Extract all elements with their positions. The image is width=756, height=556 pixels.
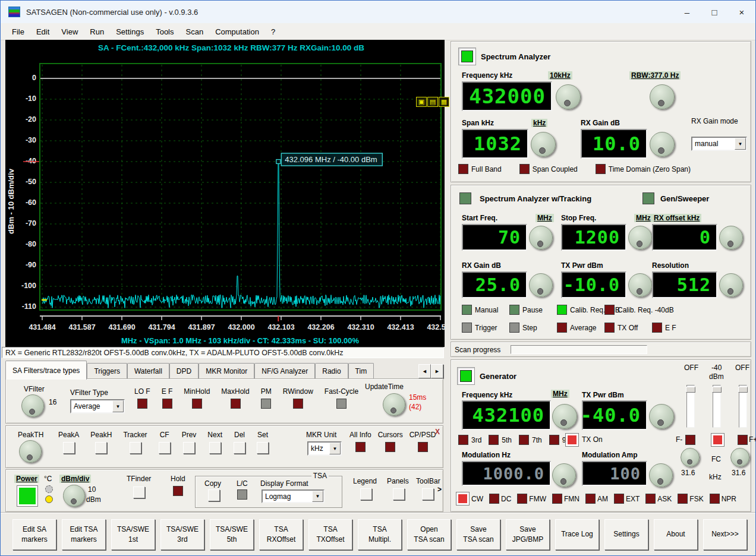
chevron-down-icon[interactable]: ▼: [312, 491, 323, 502]
tab-waterfall[interactable]: Waterfall: [127, 363, 169, 380]
tracking-txpwr-display[interactable]: -10.0: [561, 271, 626, 298]
tracking-led-box[interactable]: [462, 323, 472, 333]
mod-mode-led[interactable]: [552, 494, 562, 504]
mod-hz-display[interactable]: 1000.0: [462, 461, 551, 486]
generator-enable-indicator[interactable]: [457, 367, 475, 385]
gen-txpwr-display[interactable]: -40.0: [582, 400, 647, 430]
sa-enable-indicator[interactable]: [458, 48, 476, 65]
start-freq-display[interactable]: 70: [462, 224, 527, 251]
menu-run[interactable]: Run: [84, 26, 109, 38]
mod-mode-led[interactable]: [710, 494, 720, 504]
tab-sa-filters[interactable]: SA Filters/trace types: [5, 361, 87, 380]
settings-button[interactable]: Settings: [604, 519, 648, 550]
tab-scroll-left-icon[interactable]: ◄: [418, 364, 431, 378]
marker-toggle-led[interactable]: [355, 442, 366, 452]
marker-action-button[interactable]: [257, 442, 269, 454]
mkr-unit-dropdown[interactable]: kHz▼: [307, 441, 342, 456]
gen-txpwr-knob[interactable]: [649, 404, 674, 429]
fc-led[interactable]: [711, 433, 724, 447]
next-button[interactable]: Next>>>: [703, 519, 747, 550]
sa-gain-mode-dropdown[interactable]: manual▼: [691, 137, 747, 151]
sa-toggle-led[interactable]: [458, 164, 468, 174]
power-button[interactable]: [17, 485, 38, 507]
mod-mode-led[interactable]: [517, 494, 527, 504]
sa-span-unit-label[interactable]: kHz: [531, 119, 547, 127]
spectrum-plot-panel[interactable]: 0-10-20-30-40-50-60-70-80-90-100-110dBm …: [5, 40, 445, 347]
sa-rbw-label[interactable]: RBW:377.0 Hz: [629, 71, 681, 80]
tx-on-led[interactable]: [565, 433, 579, 447]
save-plot-icon[interactable]: ▦: [439, 97, 449, 107]
edit-tsa-markers-button[interactable]: Edit TSA markers: [62, 519, 106, 550]
rx-offset-display[interactable]: 0: [652, 224, 717, 251]
gen-sweeper-indicator[interactable]: [642, 192, 654, 204]
harmonic-led[interactable]: [549, 435, 559, 445]
tracking-led-box[interactable]: [509, 305, 519, 315]
mod-mode-led[interactable]: [585, 494, 596, 504]
menu-view[interactable]: View: [56, 26, 83, 38]
chevron-down-icon[interactable]: ▼: [735, 138, 746, 150]
menu-computation[interactable]: Computation: [210, 26, 264, 38]
f-minus-led[interactable]: [685, 435, 695, 445]
sa-frequency-knob[interactable]: [556, 84, 581, 109]
gen-frequency-display[interactable]: 432100: [462, 400, 551, 430]
tsa-multipl-button[interactable]: TSA Multipl.: [358, 519, 402, 550]
legend-button[interactable]: [360, 488, 372, 500]
stop-freq-knob[interactable]: [628, 226, 652, 249]
menu-help[interactable]: ?: [266, 26, 281, 38]
filter-toggle-led[interactable]: [336, 399, 346, 409]
temp-led-gray[interactable]: [45, 485, 53, 493]
tfinder-button[interactable]: [133, 486, 145, 498]
mod-mode-led[interactable]: [489, 494, 499, 504]
filter-toggle-led[interactable]: [231, 399, 241, 409]
tsa-swe-5th-button[interactable]: TSA/SWE 5th: [210, 519, 254, 550]
resolution-knob[interactable]: [719, 273, 743, 297]
update-time-knob[interactable]: [383, 393, 405, 416]
sa-freq-step-label[interactable]: 10kHz: [548, 71, 572, 80]
tsa-swe-3rd-button[interactable]: TSA/SWE 3rd: [160, 519, 204, 550]
sa-gain-knob[interactable]: [650, 132, 675, 157]
sa-span-knob[interactable]: [531, 132, 556, 157]
f-plus-led[interactable]: [738, 435, 748, 445]
temp-led-yellow[interactable]: [45, 495, 53, 503]
harmonic-led[interactable]: [519, 435, 529, 445]
tab-time[interactable]: Tim: [348, 363, 374, 380]
stop-freq-unit[interactable]: MHz: [634, 214, 653, 222]
marker-action-button[interactable]: [183, 442, 195, 454]
marker-action-button[interactable]: [130, 442, 141, 454]
trace-log-button[interactable]: Trace Log: [555, 519, 599, 550]
open-tsa-scan-button[interactable]: Open TSA scan: [407, 519, 451, 550]
tsa-swe-1st-button[interactable]: TSA/SWE 1st: [111, 519, 155, 550]
f-minus-knob[interactable]: [681, 448, 700, 467]
peakth-knob[interactable]: [19, 440, 42, 463]
gen-level-slider-left[interactable]: [686, 385, 695, 428]
f-plus-knob[interactable]: [730, 448, 749, 467]
tracking-led-box[interactable]: [652, 323, 662, 333]
mod-mode-led[interactable]: [645, 494, 656, 504]
hold-led[interactable]: [173, 486, 183, 496]
rx-offset-knob[interactable]: [719, 226, 743, 249]
tab-triggers[interactable]: Triggers: [87, 363, 127, 380]
sa-toggle-led[interactable]: [519, 164, 530, 174]
filter-toggle-led[interactable]: [261, 399, 271, 409]
rx-offset-label[interactable]: RX offset kHz: [652, 214, 701, 222]
gen-level-slider-right[interactable]: [739, 385, 747, 428]
tab-mkr-monitor[interactable]: MKR Monitor: [199, 363, 254, 380]
display-format-dropdown[interactable]: Logmag▼: [262, 489, 325, 503]
harmonic-led[interactable]: [458, 435, 468, 445]
tracking-enable-indicator[interactable]: [459, 192, 471, 204]
filter-toggle-led[interactable]: [293, 399, 303, 409]
edit-sa-markers-button[interactable]: Edit SA markers: [12, 519, 56, 550]
minimize-button[interactable]: –: [673, 1, 701, 23]
panel-close-icon[interactable]: X: [435, 428, 440, 436]
stop-freq-display[interactable]: 1200: [561, 224, 626, 251]
marker-action-button[interactable]: [63, 442, 75, 454]
about-button[interactable]: About: [654, 519, 698, 550]
expand-panel-icon[interactable]: >: [437, 485, 442, 494]
tab-radio[interactable]: Radio: [315, 363, 348, 380]
save-jpg-bmp-button[interactable]: Save JPG/BMP: [506, 519, 550, 550]
sa-toggle-led[interactable]: [596, 164, 606, 174]
tsa-rxoffset-button[interactable]: TSA RXOffset: [259, 519, 303, 550]
menu-tools[interactable]: Tools: [150, 26, 179, 38]
sa-gain-display[interactable]: 10.0: [581, 129, 647, 159]
copy-plot-icon[interactable]: ▣: [416, 97, 427, 107]
